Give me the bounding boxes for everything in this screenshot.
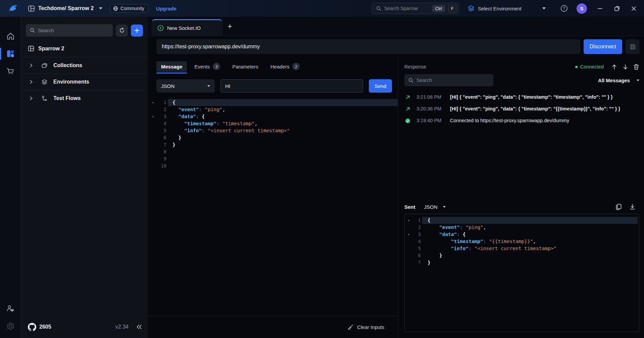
new-tab-button[interactable]: + bbox=[222, 17, 238, 36]
editor-line[interactable]: 4 "timestamp": "{{timestamp}}", bbox=[406, 238, 638, 245]
tab-label: Events bbox=[194, 64, 210, 69]
message-row[interactable]: 3:21:06 PM[HI] { "event": "ping", "data"… bbox=[404, 91, 639, 103]
global-search-input[interactable] bbox=[384, 6, 429, 11]
code-line-content: "info": "<insert current timestamp>" bbox=[168, 127, 398, 134]
message-row[interactable]: 3:19:40 PMConnected to https://test-prox… bbox=[404, 115, 639, 127]
editor-line[interactable]: 5 "info": "<insert current timestamp>" bbox=[150, 127, 398, 134]
sidebar-item-environments[interactable]: Environments bbox=[21, 74, 148, 90]
line-number: 6 bbox=[156, 134, 168, 141]
message-filter-select[interactable]: All Messages bbox=[598, 78, 639, 83]
connection-status: Connected bbox=[575, 64, 604, 69]
code-line-content bbox=[168, 155, 398, 162]
upgrade-link[interactable]: Upgrade bbox=[156, 6, 177, 11]
sidebar-item-label: Test Flows bbox=[53, 95, 81, 101]
clear-inputs-button[interactable]: Clear Inputs bbox=[347, 324, 384, 330]
tab-parameters[interactable]: Parameters bbox=[228, 61, 263, 72]
editor-line[interactable]: ▾3 "data": { bbox=[150, 113, 398, 120]
message-filter-value: All Messages bbox=[598, 78, 630, 83]
editor-line[interactable]: 2 "event": "ping", bbox=[406, 224, 638, 231]
add-new-button[interactable] bbox=[131, 25, 143, 37]
editor-line[interactable]: 8 bbox=[150, 148, 398, 155]
response-search-input[interactable] bbox=[416, 78, 489, 83]
editor-line[interactable]: ▾3 "data": { bbox=[406, 231, 638, 238]
line-number: 3 bbox=[411, 231, 422, 238]
message-row[interactable]: 3:20:38 PM[HI] { "event": "ping", "data"… bbox=[404, 103, 639, 115]
editor-line[interactable]: 7} bbox=[150, 141, 398, 148]
line-number: 9 bbox=[156, 155, 168, 162]
editor-line[interactable]: 10 bbox=[150, 162, 398, 170]
sidebar-search[interactable] bbox=[26, 24, 113, 37]
copy-button[interactable] bbox=[616, 204, 622, 210]
format-select[interactable]: JSON bbox=[156, 79, 215, 93]
sidebar-item-test-flows[interactable]: Test Flows bbox=[21, 90, 148, 106]
rail-item-workspace[interactable] bbox=[0, 45, 21, 62]
minimize-icon bbox=[597, 6, 603, 11]
editor-line[interactable]: 6 } bbox=[406, 252, 638, 259]
copy-icon bbox=[616, 204, 622, 210]
editor-line[interactable]: ▾1{ bbox=[406, 217, 638, 224]
tab-events[interactable]: Events 3 bbox=[190, 60, 225, 73]
line-number: 7 bbox=[411, 259, 422, 266]
trash-icon bbox=[633, 64, 639, 70]
editor-line[interactable]: 9 bbox=[150, 155, 398, 162]
response-pane: Response Connected bbox=[398, 57, 644, 338]
search-icon bbox=[30, 28, 35, 33]
community-badge[interactable]: Community bbox=[110, 4, 149, 13]
editor-line[interactable]: 6 } bbox=[150, 134, 398, 141]
fold-toggle-icon[interactable]: ▾ bbox=[406, 217, 411, 224]
tab-headers[interactable]: Headers 2 bbox=[266, 60, 305, 73]
avatar[interactable]: S bbox=[577, 3, 587, 14]
sidebar: Sparrow 2 Collections bbox=[21, 17, 148, 338]
close-button[interactable] bbox=[628, 3, 639, 14]
global-search[interactable]: Ctrl F bbox=[372, 3, 459, 14]
message-text: [HI] { "event": "ping", "data": { "times… bbox=[447, 106, 620, 111]
github-stars[interactable]: 2605 bbox=[28, 323, 51, 331]
fold-toggle-icon[interactable]: ▾ bbox=[150, 99, 156, 106]
rail-item-home[interactable] bbox=[0, 28, 21, 45]
sidebar-item-collections[interactable]: Collections bbox=[21, 57, 148, 74]
scroll-up-button[interactable] bbox=[611, 64, 617, 70]
save-button[interactable] bbox=[626, 39, 640, 54]
workspace-switcher[interactable]: Techdome/ Sparrow 2 bbox=[28, 5, 102, 12]
message-editor[interactable]: ▾1{2 "event": "ping",▾3 "data": {4 "time… bbox=[148, 96, 398, 316]
help-button[interactable]: ? bbox=[560, 5, 568, 12]
disconnect-button[interactable]: Disconnect bbox=[584, 39, 622, 54]
minimize-button[interactable] bbox=[594, 3, 606, 14]
maximize-button[interactable] bbox=[611, 3, 623, 14]
scroll-down-button[interactable] bbox=[622, 64, 629, 70]
editor-line[interactable]: 7} bbox=[406, 259, 638, 266]
editor-line[interactable]: 2 "event": "ping", bbox=[150, 106, 398, 113]
send-button[interactable]: Send bbox=[369, 79, 392, 93]
tab-new-socketio[interactable]: New Socket.IO bbox=[152, 19, 222, 36]
svg-text:?: ? bbox=[563, 6, 565, 11]
message-timestamp: 3:20:38 PM bbox=[416, 106, 447, 111]
environment-selector[interactable]: Select Environment bbox=[468, 5, 546, 12]
url-input[interactable] bbox=[156, 39, 580, 54]
format-select-value: JSON bbox=[161, 83, 175, 89]
tab-label: Headers bbox=[270, 64, 290, 69]
sent-message-editor[interactable]: ▾1{2 "event": "ping",▾3 "data": {4 "time… bbox=[404, 214, 639, 332]
editor-line[interactable]: 4 "timestamp": "timestamp", bbox=[150, 120, 398, 127]
fold-toggle-icon[interactable]: ▾ bbox=[406, 231, 411, 238]
download-button[interactable] bbox=[630, 204, 635, 210]
tab-message[interactable]: Message bbox=[156, 61, 187, 72]
editor-line[interactable]: 5 "info": "<insert current timestamp>" bbox=[406, 245, 638, 252]
flow-icon bbox=[41, 95, 48, 102]
download-icon bbox=[630, 204, 635, 210]
refresh-button[interactable] bbox=[116, 25, 128, 37]
rail-item-community-feedback[interactable] bbox=[0, 300, 21, 317]
rail-item-marketplace[interactable] bbox=[0, 62, 21, 80]
clear-response-button[interactable] bbox=[633, 64, 639, 70]
response-search[interactable] bbox=[404, 74, 493, 86]
collapse-sidebar-icon[interactable] bbox=[136, 324, 142, 330]
fold-toggle-icon[interactable]: ▾ bbox=[150, 113, 156, 120]
editor-line[interactable]: ▾1{ bbox=[150, 99, 398, 106]
message-timestamp: 3:19:40 PM bbox=[416, 118, 447, 123]
rail-item-settings[interactable] bbox=[0, 317, 21, 335]
tab-label: Parameters bbox=[232, 64, 258, 69]
kbd-ctrl: Ctrl bbox=[432, 5, 445, 12]
message-name-input[interactable] bbox=[220, 79, 363, 93]
sidebar-search-input[interactable] bbox=[38, 28, 109, 33]
sent-format-select[interactable]: JSON bbox=[424, 204, 446, 210]
chevron-down-icon bbox=[443, 206, 446, 208]
